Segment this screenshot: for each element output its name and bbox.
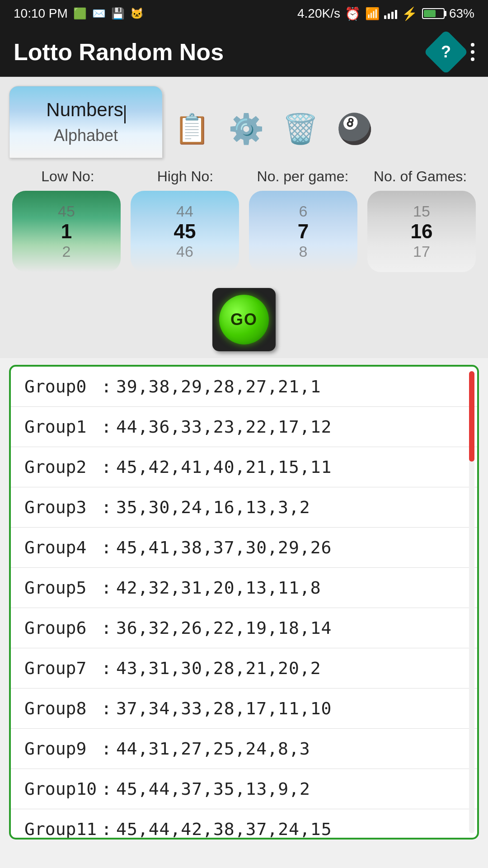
go-button[interactable]: GO (212, 288, 276, 351)
num-games-mid: 16 (411, 220, 433, 243)
battery-indicator (422, 8, 445, 19)
tab-alphabet-label: Alphabet (54, 126, 118, 145)
group-numbers: 36,32,26,22,19,18,14 (116, 618, 332, 638)
group-numbers: 39,38,29,28,27,21,1 (116, 377, 321, 396)
group-item: Group2 : 45,42,41,40,21,15,11 (11, 447, 477, 487)
high-no-mid: 45 (174, 220, 196, 243)
tab-numbers[interactable]: Numbers Alphabet (9, 86, 163, 158)
group-name: Group6 (24, 618, 97, 638)
group-numbers: 45,42,41,40,21,15,11 (116, 457, 332, 477)
overflow-menu-button[interactable] (471, 43, 474, 61)
help-button[interactable]: ? (424, 29, 469, 74)
results-area: Group0 : 39,38,29,28,27,21,1Group1 : 44,… (9, 365, 479, 840)
cursor (124, 105, 126, 123)
status-right: 4.20K/s ⏰ 📶 ⚡ 63% (297, 6, 474, 21)
app-bar-icons: ? (430, 36, 474, 68)
network-speed: 4.20K/s (297, 6, 340, 21)
group-numbers: 44,31,27,25,24,8,3 (116, 739, 310, 759)
status-time: 10:10 PM (14, 6, 68, 21)
group-name: Group4 (24, 538, 97, 557)
group-numbers: 42,32,31,20,13,11,8 (116, 578, 321, 598)
group-numbers: 37,34,33,28,17,11,10 (116, 698, 332, 718)
trash-button[interactable]: 🗑️ (276, 104, 325, 154)
column-headers: Low No: High No: No. per game: No. of Ga… (9, 167, 479, 186)
app-bar: Lotto Random Nos ? (0, 27, 488, 77)
group-name: Group3 (24, 497, 97, 517)
high-no-top: 44 (176, 203, 193, 220)
group-name: Group8 (24, 698, 97, 718)
num-games-bot: 17 (413, 243, 430, 260)
gmail-icon: ✉️ (92, 7, 106, 20)
per-game-scroller[interactable]: 6 7 8 (249, 191, 357, 272)
group-list: Group0 : 39,38,29,28,27,21,1Group1 : 44,… (11, 367, 477, 840)
group-name: Group10 (24, 779, 97, 799)
group-name: Group11 (24, 819, 97, 839)
help-icon: ? (441, 42, 451, 61)
high-no-scroller[interactable]: 44 45 46 (131, 191, 239, 272)
group-name: Group7 (24, 658, 97, 678)
settings-button[interactable]: ⚙️ (221, 104, 271, 154)
group-numbers: 45,44,42,38,37,24,15 (116, 819, 332, 839)
signal-bars (384, 8, 397, 19)
scrollers-section: Low No: High No: No. per game: No. of Ga… (0, 158, 488, 281)
group-numbers: 43,31,30,28,21,20,2 (116, 658, 321, 678)
scrollbar-thumb[interactable] (469, 371, 474, 462)
low-no-label: Low No: (14, 167, 122, 186)
per-game-mid: 7 (298, 220, 309, 243)
8ball-button[interactable]: 🎱 (330, 104, 380, 154)
status-left: 10:10 PM 🟩 ✉️ 💾 🐱 (14, 6, 144, 21)
group-item: Group7 : 43,31,30,28,21,20,2 (11, 648, 477, 689)
group-item: Group1 : 44,36,33,23,22,17,12 (11, 407, 477, 447)
group-item: Group6 : 36,32,26,22,19,18,14 (11, 608, 477, 648)
per-game-bot: 8 (299, 243, 308, 260)
status-bar: 10:10 PM 🟩 ✉️ 💾 🐱 4.20K/s ⏰ 📶 ⚡ 63% (0, 0, 488, 27)
low-no-top: 45 (58, 203, 75, 220)
group-name: Group9 (24, 739, 97, 759)
group-name: Group1 (24, 417, 97, 437)
battery-pct: 63% (449, 6, 474, 21)
group-numbers: 35,30,24,16,13,3,2 (116, 497, 310, 517)
high-no-bot: 46 (176, 243, 193, 260)
num-games-scroller[interactable]: 15 16 17 (367, 191, 476, 272)
scrollbar-track[interactable] (469, 371, 474, 833)
group-item: Group4 : 45,41,38,37,30,29,26 (11, 528, 477, 568)
group-name: Group5 (24, 578, 97, 598)
group-name: Group2 (24, 457, 97, 477)
scrollers-row: 45 1 2 44 45 46 6 7 8 15 16 17 (9, 191, 479, 272)
group-item: Group3 : 35,30,24,16,13,3,2 (11, 487, 477, 528)
group-item: Group9 : 44,31,27,25,24,8,3 (11, 729, 477, 769)
low-no-mid: 1 (61, 220, 72, 243)
per-game-top: 6 (299, 203, 308, 220)
group-item: Group11 : 45,44,42,38,37,24,15 (11, 809, 477, 840)
tab-icons: 📋 ⚙️ 🗑️ 🎱 (167, 104, 380, 158)
charging-icon: ⚡ (402, 6, 418, 21)
group-numbers: 44,36,33,23,22,17,12 (116, 417, 332, 437)
group-item: Group0 : 39,38,29,28,27,21,1 (11, 367, 477, 407)
group-numbers: 45,41,38,37,30,29,26 (116, 538, 332, 557)
group-item: Group8 : 37,34,33,28,17,11,10 (11, 689, 477, 729)
go-section: GO (0, 281, 488, 358)
cat-icon: 🐱 (130, 7, 144, 20)
group-item: Group5 : 42,32,31,20,13,11,8 (11, 568, 477, 608)
low-no-bot: 2 (62, 243, 71, 260)
per-game-label: No. per game: (249, 167, 357, 186)
low-no-scroller[interactable]: 45 1 2 (12, 191, 121, 272)
tab-area: Numbers Alphabet 📋 ⚙️ 🗑️ 🎱 (0, 77, 488, 158)
save-icon: 💾 (111, 7, 125, 20)
tab-numbers-label: Numbers (46, 99, 125, 123)
sim-icon: 🟩 (73, 7, 87, 20)
num-games-label: No. of Games: (366, 167, 474, 186)
group-numbers: 45,44,37,35,13,9,2 (116, 779, 310, 799)
wifi-icon: 📶 (365, 7, 380, 21)
high-no-label: High No: (131, 167, 239, 186)
num-games-top: 15 (413, 203, 430, 220)
go-label: GO (230, 310, 258, 329)
go-circle: GO (219, 295, 269, 344)
app-title: Lotto Random Nos (14, 38, 224, 66)
alarm-icon: ⏰ (345, 6, 361, 21)
group-name: Group0 (24, 377, 97, 396)
group-item: Group10 : 45,44,37,35,13,9,2 (11, 769, 477, 809)
clipboard-button[interactable]: 📋 (167, 104, 217, 154)
